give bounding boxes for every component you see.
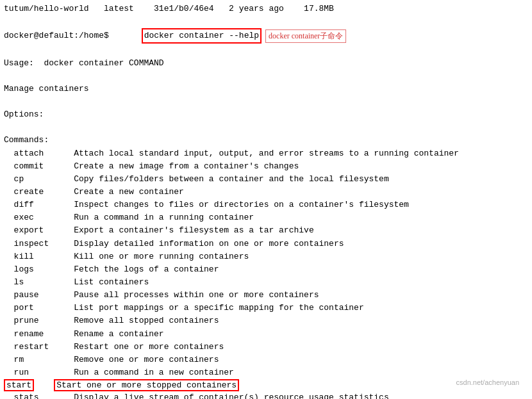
command-item: diff Inspect changes to files or directo…: [4, 199, 528, 211]
command-item: export Export a container's filesystem a…: [4, 224, 528, 237]
commands2-list: stats Display a live stream of container…: [4, 391, 528, 399]
command-item: prune Remove all stopped containers: [4, 314, 528, 327]
annotation1: docker container子命令: [265, 29, 346, 43]
command-item: ls List containers: [4, 276, 528, 289]
watermark: csdn.net/achenyuan: [456, 379, 519, 386]
commands-label: Commands:: [4, 134, 528, 147]
command-item: run Run a command in a new container: [4, 366, 528, 379]
options-line: Options:: [4, 108, 528, 121]
command-item: create Create a new container: [4, 186, 528, 199]
blank1: [4, 70, 528, 83]
command-item: pause Pause all processes within one or …: [4, 289, 528, 302]
blank2: [4, 95, 528, 108]
cmd1-highlight: docker container --help: [142, 28, 262, 44]
image-list-row: tutum/hello-world latest 31e1/b0/46e4 2 …: [4, 3, 528, 15]
command-item: attach Attach local standard input, outp…: [4, 147, 528, 160]
start-cmd-highlight: start: [4, 379, 34, 391]
usage-line: Usage: docker container COMMAND: [4, 57, 528, 70]
command-item: rm Remove one or more containers: [4, 354, 528, 366]
command-item: logs Fetch the logs of a container: [4, 263, 528, 276]
start-desc-highlight: Start one or more stopped containers: [34, 379, 239, 391]
command-item: inspect Display detailed information on …: [4, 238, 528, 250]
command-item: restart Restart one or more containers: [4, 341, 528, 354]
command-item: commit Create a new image from a contain…: [4, 160, 528, 173]
prompt1-text: docker@default:/home$: [4, 29, 109, 42]
command-item: stats Display a live stream of container…: [4, 391, 528, 399]
cmd1-text: docker container --help: [112, 15, 262, 56]
terminal-window: tutum/hello-world latest 31e1/b0/46e4 2 …: [0, 0, 532, 399]
command-item: cp Copy files/folders between a containe…: [4, 173, 528, 186]
start-row: start Start one or more stopped containe…: [4, 379, 528, 391]
command-item: rename Rename a container: [4, 328, 528, 341]
cmd1-row: docker@default:/home$ docker container -…: [4, 15, 528, 56]
command-item: exec Run a command in a running containe…: [4, 211, 528, 224]
command-item: kill Kill one or more running containers: [4, 250, 528, 263]
commands-list: attach Attach local standard input, outp…: [4, 147, 528, 380]
blank3: [4, 121, 528, 134]
command-item: port List port mappings or a specific ma…: [4, 302, 528, 314]
manage-line: Manage containers: [4, 83, 528, 95]
